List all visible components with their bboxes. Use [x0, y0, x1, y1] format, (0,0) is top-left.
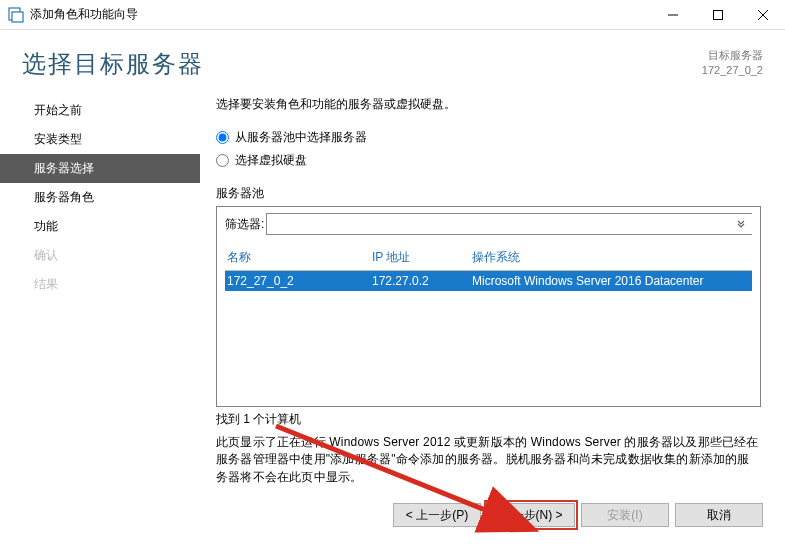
radio-from-pool-label: 从服务器池中选择服务器 [235, 129, 367, 146]
destination-info: 目标服务器 172_27_0_2 [702, 48, 763, 79]
wizard-sidebar: 开始之前 安装类型 服务器选择 服务器角色 功能 确认 结果 [0, 92, 200, 492]
filter-dropdown-icon[interactable] [730, 214, 752, 234]
install-button: 安装(I) [581, 503, 669, 527]
window-title: 添加角色和功能向导 [30, 6, 650, 23]
titlebar: 添加角色和功能向导 [0, 0, 785, 30]
radio-from-pool[interactable]: 从服务器池中选择服务器 [216, 129, 761, 146]
minimize-button[interactable] [650, 0, 695, 30]
found-count: 找到 1 个计算机 [216, 411, 761, 428]
column-header-name[interactable]: 名称 [227, 249, 372, 266]
svg-rect-3 [713, 10, 722, 19]
next-button[interactable]: 下一步(N) > [487, 503, 575, 527]
previous-button[interactable]: < 上一步(P) [393, 503, 481, 527]
destination-value: 172_27_0_2 [702, 63, 763, 78]
svg-rect-1 [12, 12, 23, 22]
sidebar-item-results: 结果 [0, 270, 200, 299]
filter-row: 筛选器: [225, 213, 752, 235]
cell-os: Microsoft Windows Server 2016 Datacenter [472, 274, 750, 288]
column-header-ip[interactable]: IP 地址 [372, 249, 472, 266]
column-header-os[interactable]: 操作系统 [472, 249, 750, 266]
server-manager-icon [8, 7, 24, 23]
wizard-footer: < 上一步(P) 下一步(N) > 安装(I) 取消 [0, 492, 785, 538]
maximize-button[interactable] [695, 0, 740, 30]
destination-label: 目标服务器 [702, 48, 763, 63]
wizard-content: 选择要安装角色和功能的服务器或虚拟硬盘。 从服务器池中选择服务器 选择虚拟硬盘 … [200, 92, 785, 492]
radio-vhd-label: 选择虚拟硬盘 [235, 152, 307, 169]
radio-vhd-input[interactable] [216, 154, 229, 167]
filter-input[interactable] [267, 214, 730, 234]
table-header: 名称 IP 地址 操作系统 [225, 245, 752, 270]
sidebar-item-confirm: 确认 [0, 241, 200, 270]
sidebar-item-server-selection[interactable]: 服务器选择 [0, 154, 200, 183]
table-row[interactable]: 172_27_0_2 172.27.0.2 Microsoft Windows … [225, 271, 752, 291]
page-title: 选择目标服务器 [22, 48, 702, 80]
sidebar-item-server-roles[interactable]: 服务器角色 [0, 183, 200, 212]
cancel-button[interactable]: 取消 [675, 503, 763, 527]
filter-label: 筛选器: [225, 216, 264, 233]
sidebar-item-install-type[interactable]: 安装类型 [0, 125, 200, 154]
server-pool-box: 筛选器: 名称 IP 地址 操作系统 172_27_0_2 172.27.0.2… [216, 206, 761, 407]
radio-vhd[interactable]: 选择虚拟硬盘 [216, 152, 761, 169]
radio-from-pool-input[interactable] [216, 131, 229, 144]
server-table-body: 172_27_0_2 172.27.0.2 Microsoft Windows … [225, 270, 752, 400]
instruction-text: 选择要安装角色和功能的服务器或虚拟硬盘。 [216, 96, 761, 113]
server-pool-label: 服务器池 [216, 185, 761, 202]
cell-name: 172_27_0_2 [227, 274, 372, 288]
cell-ip: 172.27.0.2 [372, 274, 472, 288]
close-button[interactable] [740, 0, 785, 30]
sidebar-item-features[interactable]: 功能 [0, 212, 200, 241]
explanation-text: 此页显示了正在运行 Windows Server 2012 或更新版本的 Win… [216, 434, 761, 486]
sidebar-item-before[interactable]: 开始之前 [0, 96, 200, 125]
